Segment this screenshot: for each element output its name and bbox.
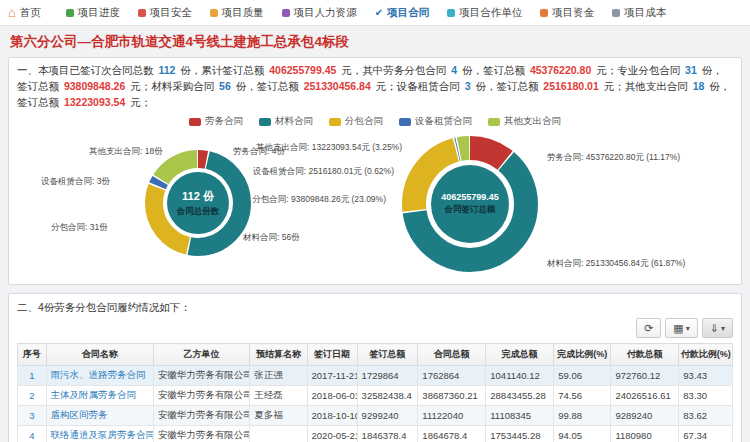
summary-text: 元；其他支出合同 xyxy=(601,80,691,92)
contract-count-link[interactable]: 31 xyxy=(683,64,699,76)
pie-label: 材料合同: 251330456.84元 (61.87%) xyxy=(547,258,685,270)
quality-icon xyxy=(210,9,218,17)
contract-name-link[interactable]: 雨污水、道路劳务合同 xyxy=(46,366,153,386)
legend-label: 分包合同 xyxy=(345,115,383,128)
contract-amount-chart: 406255799.45 合同签订总额 xyxy=(402,136,538,272)
column-header[interactable]: 付款总额 xyxy=(611,344,679,366)
contract-icon: ✔ xyxy=(375,8,383,18)
contracts-table: 序号合同名称乙方单位预结算名称签订日期签订总额合同总额完成总额完成比例(%)付款… xyxy=(17,343,733,442)
row-index[interactable]: 1 xyxy=(18,366,47,386)
column-header[interactable]: 合同名称 xyxy=(46,344,153,366)
tab-funds[interactable]: 项目资金 xyxy=(531,0,603,25)
columns-button[interactable]: ▦ ▾ xyxy=(665,318,697,338)
tab-contract[interactable]: ✔项目合同 xyxy=(366,0,438,25)
summary-text: 份，签订总额 xyxy=(233,80,302,92)
column-header[interactable]: 序号 xyxy=(18,344,47,366)
contract-count-link[interactable]: 56 xyxy=(217,80,233,92)
partners-icon xyxy=(447,9,455,17)
safety-icon xyxy=(138,9,146,17)
legend-label: 设备租赁合同 xyxy=(415,115,472,128)
cell: 38687360.21 xyxy=(418,386,486,406)
pie-label: 设备租赁合同: 3份 xyxy=(41,176,110,188)
column-header[interactable]: 签订总额 xyxy=(357,344,418,366)
table-row: 1雨污水、道路劳务合同安徽华力劳务有限公司张正强2017-11-21172986… xyxy=(18,366,733,386)
pie-label: 其他支出合同: 18份 xyxy=(89,146,163,158)
summary-paragraph: 一、本项目已签订次合同总数 112 份，累计签订总额 406255799.45 … xyxy=(17,63,733,110)
cell: 99.88 xyxy=(554,406,611,426)
contract-count-link[interactable]: 18 xyxy=(691,80,707,92)
cell: 1753445.28 xyxy=(486,426,554,442)
column-header[interactable]: 签订日期 xyxy=(307,344,357,366)
contract-count-link[interactable]: 112 xyxy=(156,64,177,76)
contract-amount-value: 45376220.80 xyxy=(528,64,593,76)
cell: 2018-06-01 xyxy=(307,386,357,406)
export-button[interactable]: ⇓ ▾ xyxy=(702,318,733,338)
section-heading: 二、4份劳务分包合同履约情况如下： xyxy=(17,301,733,315)
column-header[interactable]: 乙方单位 xyxy=(153,344,250,366)
cell: 11122040 xyxy=(418,406,486,426)
cell: 夏多福 xyxy=(250,406,307,426)
nav-home[interactable]: ⌂ 首页 xyxy=(8,6,41,20)
row-index[interactable]: 2 xyxy=(18,386,47,406)
table-header-row: 序号合同名称乙方单位预结算名称签订日期签订总额合同总额完成总额完成比例(%)付款… xyxy=(18,344,733,366)
cell: 59.06 xyxy=(554,366,611,386)
tab-label: 项目质量 xyxy=(222,6,264,20)
cell: 1180980 xyxy=(611,426,679,442)
column-header[interactable]: 付款比例(%) xyxy=(679,344,733,366)
column-header[interactable]: 完成比例(%) xyxy=(554,344,611,366)
legend-label: 劳务合同 xyxy=(205,115,243,128)
legend-label: 材料合同 xyxy=(275,115,313,128)
summary-text: 元；设备租赁合同 xyxy=(373,80,463,92)
cell: 1729864 xyxy=(357,366,418,386)
cell: 83.30 xyxy=(679,386,733,406)
table-row: 4联络通道及泵房劳务合同安徽华力劳务有限公司2020-05-211846378.… xyxy=(18,426,733,442)
row-index[interactable]: 4 xyxy=(18,426,47,442)
legend-item[interactable]: 其他支出合同 xyxy=(488,115,561,128)
contract-name-link[interactable]: 联络通道及泵房劳务合同 xyxy=(46,426,153,442)
summary-text: 份，签订总额 xyxy=(472,80,541,92)
contract-amount-donut xyxy=(402,136,538,276)
contract-name-link[interactable]: 主体及附属劳务合同 xyxy=(46,386,153,406)
page: ⌂ 首页 项目进度项目安全项目质量项目人力资源✔项目合同项目合作单位项目资金项目… xyxy=(0,0,750,442)
labor-contracts-panel: 二、4份劳务分包合同履约情况如下： ⟳ ▦ ▾ ⇓ ▾ 序号合同名称乙方单位预结… xyxy=(8,293,742,442)
columns-icon: ▦ xyxy=(673,322,683,335)
legend-item[interactable]: 设备租赁合同 xyxy=(399,115,472,128)
contract-amount-value: 2516180.01 xyxy=(541,80,600,92)
page-title: 第六分公司—合肥市轨道交通4号线土建施工总承包4标段 xyxy=(0,26,750,57)
cell: 1864678.4 xyxy=(418,426,486,442)
pie-label: 分包合同: 31份 xyxy=(51,222,108,234)
legend-swatch xyxy=(329,118,341,126)
tab-partners[interactable]: 项目合作单位 xyxy=(438,0,531,25)
tab-cost[interactable]: 项目成本 xyxy=(603,0,675,25)
tab-label: 项目合同 xyxy=(387,6,429,20)
tab-safety[interactable]: 项目安全 xyxy=(129,0,201,25)
tab-label: 项目合作单位 xyxy=(459,6,522,20)
cell: 安徽华力劳务有限公司 xyxy=(153,426,250,442)
pie-label: 分包合同: 93809848.26元 (23.09%) xyxy=(231,194,386,206)
cell: 1762864 xyxy=(418,366,486,386)
column-header[interactable]: 完成总额 xyxy=(486,344,554,366)
column-header[interactable]: 合同总额 xyxy=(418,344,486,366)
column-header[interactable]: 预结算名称 xyxy=(250,344,307,366)
contract-amount-value: 93809848.26 xyxy=(62,80,127,92)
contract-count-link[interactable]: 3 xyxy=(463,80,473,92)
table-toolbar: ⟳ ▦ ▾ ⇓ ▾ xyxy=(17,318,733,338)
tab-progress[interactable]: 项目进度 xyxy=(57,0,129,25)
contract-name-link[interactable]: 盾构区间劳务 xyxy=(46,406,153,426)
cell: 11108345 xyxy=(486,406,554,426)
nav-tabs: 项目进度项目安全项目质量项目人力资源✔项目合同项目合作单位项目资金项目成本 xyxy=(57,0,675,25)
legend-item[interactable]: 分包合同 xyxy=(329,115,383,128)
contract-amount-value: 406255799.45 xyxy=(267,64,338,76)
tab-quality[interactable]: 项目质量 xyxy=(201,0,273,25)
legend-item[interactable]: 劳务合同 xyxy=(189,115,243,128)
contract-count-link[interactable]: 4 xyxy=(449,64,459,76)
summary-text: 一、本项目已签订次合同总数 xyxy=(17,64,156,76)
legend-item[interactable]: 材料合同 xyxy=(259,115,313,128)
contract-amount-value: 251330456.84 xyxy=(302,80,373,92)
cell: 9289240 xyxy=(611,406,679,426)
cell: 安徽华力劳务有限公司 xyxy=(153,406,250,426)
row-index[interactable]: 3 xyxy=(18,406,47,426)
refresh-button[interactable]: ⟳ xyxy=(636,318,661,338)
tab-hr[interactable]: 项目人力资源 xyxy=(273,0,366,25)
tab-label: 项目安全 xyxy=(150,6,192,20)
